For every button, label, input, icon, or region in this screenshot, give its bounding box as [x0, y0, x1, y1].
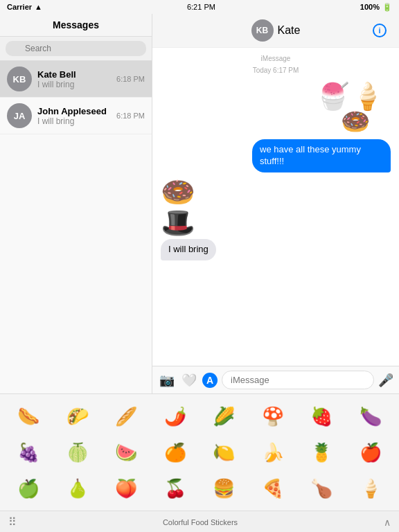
message-row-received: I will bring [161, 239, 391, 260]
sticker-cell[interactable]: 🌽 [201, 400, 247, 433]
sticker-cell[interactable]: 🍓 [299, 400, 345, 433]
chat-contact-name: Kate [278, 24, 301, 37]
timestamp-label: Today 6:17 PM [161, 66, 391, 74]
battery-label: 100% [360, 3, 380, 11]
sticker-cell[interactable]: 🍐 [55, 472, 101, 505]
conv-name-kate: Kate Bell [37, 69, 114, 80]
chat-area: KB Kate i iMessage Today 6:17 PM 🍧 🍦 🍩 w… [152, 14, 399, 393]
conversation-item-kate[interactable]: KB Kate Bell I will bring 6:18 PM [0, 61, 152, 98]
heart-button[interactable]: 🤍 [180, 371, 198, 389]
sticker-cell[interactable]: 🍇 [6, 436, 52, 469]
chat-avatar-initials: KB [256, 26, 268, 35]
panel-footer: ⠿ Colorful Food Stickers ∧ [0, 511, 399, 532]
status-right: 100% 🔋 [360, 3, 392, 12]
battery-icon: 🔋 [382, 3, 392, 12]
search-input[interactable] [6, 41, 146, 56]
mic-button[interactable]: 🎤 [378, 373, 393, 388]
camera-button[interactable]: 📷 [158, 371, 176, 389]
conv-preview-kate: I will bring [37, 80, 114, 89]
main-content: Messages KB Kate Bell I will bring 6:18 … [0, 14, 399, 393]
sticker-cell[interactable]: 🍎 [348, 436, 394, 469]
sticker-cell[interactable]: 🌶️ [152, 400, 199, 433]
message-row-sent: we have all these yummy stuff!!! [161, 139, 391, 172]
sidebar-header: Messages [0, 14, 152, 37]
sticker-cell[interactable]: 🍔 [201, 472, 247, 505]
sticker-panel: 🌭🌮🥖🌶️🌽🍄🍓🍆🍇🍈🍉🍊🍋🍌🍍🍎🍏🍐🍑🍒🍔🍕🍗🍦 ⠿ Colorful Foo… [0, 393, 399, 532]
input-area: 📷 🤍 A 🎤 [152, 366, 399, 393]
conv-time-kate: 6:18 PM [116, 75, 145, 83]
sticker-cell[interactable]: 🍑 [103, 472, 150, 505]
sticker-row-donut: 🍩 [161, 178, 391, 206]
sent-sticker-cluster: 🍧 🍦 🍩 [161, 81, 391, 136]
search-wrap [6, 41, 146, 56]
bubble-received: I will bring [161, 239, 216, 260]
avatar-kate: KB [7, 66, 32, 91]
sidebar: Messages KB Kate Bell I will bring 6:18 … [0, 14, 152, 393]
conversation-item-john[interactable]: JA John Appleseed I will bring 6:18 PM [0, 98, 152, 134]
conv-info-john: John Appleseed I will bring [37, 106, 114, 126]
avatar-john: JA [7, 103, 32, 128]
sticker-grid: 🌭🌮🥖🌶️🌽🍄🍓🍆🍇🍈🍉🍊🍋🍌🍍🍎🍏🍐🍑🍒🍔🍕🍗🍦 [0, 394, 399, 511]
chat-avatar: KB [251, 19, 274, 42]
conv-info-kate: Kate Bell I will bring [37, 69, 114, 89]
sticker-cell[interactable]: 🍕 [250, 472, 296, 505]
status-left: Carrier ▲ [7, 3, 42, 11]
sticker-cell[interactable]: 🍏 [6, 472, 52, 505]
sticker-cell[interactable]: 🍄 [250, 400, 296, 433]
sticker-cell[interactable]: 🍗 [299, 472, 345, 505]
panel-title: Colorful Food Stickers [17, 518, 384, 526]
sticker-cell[interactable]: 🌮 [55, 400, 101, 433]
sticker-hat: 🎩 [161, 209, 195, 236]
conv-name-john: John Appleseed [37, 106, 114, 116]
conversation-list: KB Kate Bell I will bring 6:18 PM JA Joh… [0, 61, 152, 393]
carrier-label: Carrier [7, 3, 32, 11]
sticker-cell[interactable]: 🍦 [348, 472, 394, 505]
wifi-icon: ▲ [35, 3, 42, 11]
messages-area: iMessage Today 6:17 PM 🍧 🍦 🍩 we have all… [152, 48, 399, 366]
panel-dots[interactable]: ⠿ [8, 515, 17, 529]
time-label: 6:21 PM [187, 3, 215, 11]
bubble-sent: we have all these yummy stuff!!! [252, 139, 391, 172]
sticker-cell[interactable]: 🥖 [103, 400, 150, 433]
sticker-cell[interactable]: 🍆 [348, 400, 394, 433]
conv-preview-john: I will bring [37, 116, 114, 126]
search-container [0, 37, 152, 61]
sticker-cell[interactable]: 🌭 [6, 400, 52, 433]
sticker-cell[interactable]: 🍊 [152, 436, 199, 469]
message-input[interactable] [222, 371, 374, 389]
sticker-cell[interactable]: 🍌 [250, 436, 296, 469]
sticker-cell[interactable]: 🍈 [55, 436, 101, 469]
imessage-label: iMessage [161, 55, 391, 62]
chat-header: KB Kate i [152, 14, 399, 48]
sticker-donut-overlay: 🍩 [341, 107, 370, 135]
sidebar-title: Messages [53, 19, 99, 30]
sticker-donut: 🍩 [161, 178, 195, 206]
panel-chevron[interactable]: ∧ [384, 517, 391, 528]
sticker-cell[interactable]: 🍍 [299, 436, 345, 469]
sticker-cell[interactable]: 🍋 [201, 436, 247, 469]
chat-header-wrap: KB Kate i [158, 19, 393, 42]
status-bar: Carrier ▲ 6:21 PM 100% 🔋 [0, 0, 399, 14]
conv-time-john: 6:18 PM [116, 112, 145, 120]
app-store-button[interactable]: A [202, 373, 218, 388]
sticker-cell[interactable]: 🍉 [103, 436, 150, 469]
info-button[interactable]: i [373, 24, 387, 37]
sticker-cell[interactable]: 🍒 [152, 472, 199, 505]
sticker-row-hat: 🎩 [161, 209, 391, 236]
